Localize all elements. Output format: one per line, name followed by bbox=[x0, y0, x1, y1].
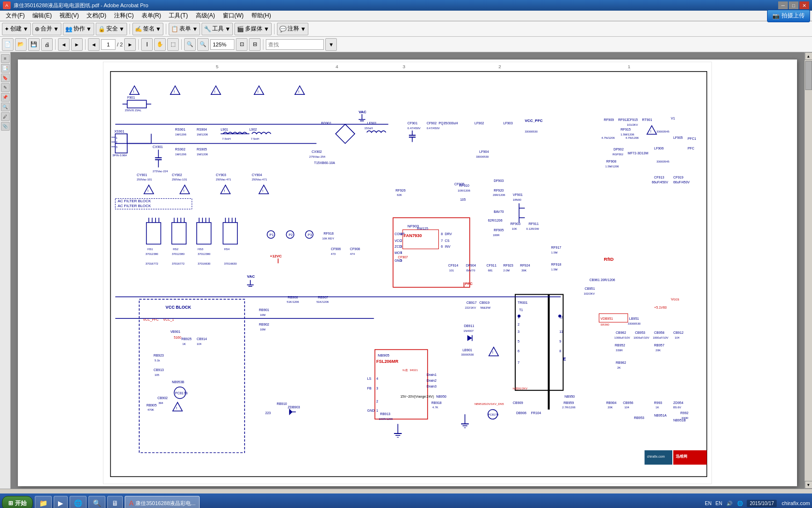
svg-text:RF917: RF917 bbox=[551, 246, 561, 249]
svg-text:CF902: CF902 bbox=[427, 121, 437, 125]
svg-text:RS905: RS905 bbox=[197, 148, 207, 151]
minimize-button[interactable]: ─ bbox=[778, 1, 788, 9]
svg-text:!: ! bbox=[147, 189, 148, 193]
svg-text:RF908: RF908 bbox=[606, 160, 616, 163]
upload-button[interactable]: 📷 拍摄上传 bbox=[767, 10, 810, 22]
menu-advanced[interactable]: 高级(A) bbox=[192, 11, 219, 21]
taskbar-computer[interactable]: 🖥 bbox=[107, 496, 123, 508]
fit-page-button[interactable]: ⊡ bbox=[236, 38, 247, 51]
tools-dropdown[interactable]: 🔧 工具 ▼ bbox=[202, 23, 233, 35]
svg-text:RB959: RB959 bbox=[564, 401, 574, 404]
taskbar-media-player[interactable]: ▶ bbox=[54, 496, 68, 508]
marquee-zoom[interactable]: ⬚ bbox=[167, 38, 179, 51]
taskbar-file-explorer[interactable]: 📁 bbox=[35, 496, 52, 508]
document-area[interactable]: 5 4 3 2 1 F901 250V/0.15AL ! bbox=[11, 52, 804, 489]
svg-text:RGP30J: RGP30J bbox=[612, 153, 623, 156]
volume-icon[interactable]: 🔊 bbox=[725, 499, 733, 507]
zoom-in-button[interactable]: 🔍 bbox=[197, 38, 209, 51]
network-icon[interactable]: 🌐 bbox=[736, 499, 744, 507]
menu-form[interactable]: 表单(R) bbox=[138, 11, 165, 21]
maximize-button[interactable]: □ bbox=[789, 1, 798, 9]
cooperate-dropdown[interactable]: 👥 协作 ▼ bbox=[63, 23, 94, 35]
menu-edit[interactable]: 编辑(E) bbox=[29, 11, 56, 21]
svg-text:250Vac-471: 250Vac-471 bbox=[216, 178, 232, 181]
taskbar-search[interactable]: 🔍 bbox=[88, 496, 105, 508]
acrobat-icon: A bbox=[129, 499, 133, 507]
svg-text:62R/1206: 62R/1206 bbox=[488, 219, 502, 222]
sidebar-pages-icon[interactable]: 📑 bbox=[1, 64, 10, 73]
comment-dropdown[interactable]: 💬 注释 ▼ bbox=[277, 23, 308, 35]
search-input[interactable] bbox=[266, 39, 324, 50]
svg-text:33000530: 33000530 bbox=[525, 130, 538, 133]
window-controls[interactable]: ─ □ ✕ bbox=[778, 1, 809, 9]
language-indicator[interactable]: EN bbox=[704, 499, 712, 507]
svg-text:RB910: RB910 bbox=[276, 402, 287, 405]
menu-comment[interactable]: 注释(C) bbox=[110, 11, 138, 21]
svg-text:CB914: CB914 bbox=[197, 337, 207, 341]
forward-button[interactable]: ► bbox=[71, 38, 83, 51]
close-button[interactable]: ✕ bbox=[799, 1, 809, 9]
svg-text:101/2KV: 101/2KV bbox=[627, 123, 638, 126]
print-icon: 🖨 bbox=[44, 42, 50, 47]
svg-text:15V~20V(Vrange:24V): 15V~20V(Vrange:24V) bbox=[400, 395, 434, 399]
merge-dropdown[interactable]: ⊕ 合并 ▼ bbox=[32, 23, 61, 35]
sidebar-comments-icon[interactable]: 🖊 bbox=[1, 112, 10, 121]
zoom-marquee-icon: ⬚ bbox=[171, 41, 175, 47]
new-button[interactable]: 📄 bbox=[2, 38, 14, 51]
menu-window[interactable]: 窗口(W) bbox=[219, 11, 247, 21]
svg-text:RF905: RF905 bbox=[493, 228, 504, 232]
menu-file[interactable]: 文件(F) bbox=[2, 11, 29, 21]
svg-text:LB901: LB901 bbox=[463, 348, 472, 352]
start-button[interactable]: ⊞ 开始 bbox=[2, 496, 33, 508]
svg-text:104: 104 bbox=[624, 406, 630, 409]
svg-text:222/1KV: 222/1KV bbox=[465, 306, 476, 309]
open-button[interactable]: 📂 bbox=[15, 38, 27, 51]
back-button[interactable]: ◄ bbox=[58, 38, 70, 51]
form-dropdown[interactable]: 📋 表单 ▼ bbox=[169, 23, 200, 35]
scroll-down-arrow[interactable]: ▼ bbox=[805, 481, 812, 489]
scroll-track[interactable] bbox=[805, 60, 812, 481]
menu-tools[interactable]: 工具(T) bbox=[165, 11, 191, 21]
svg-text:RB953: RB953 bbox=[634, 416, 644, 419]
sidebar-signatures-icon[interactable]: ✎ bbox=[1, 83, 10, 92]
search-button[interactable]: ▼ bbox=[325, 38, 337, 51]
sidebar-layers-icon[interactable]: 📌 bbox=[1, 93, 10, 102]
taskbar-ie[interactable]: 🌐 bbox=[70, 496, 87, 508]
svg-text:37012380: 37012380 bbox=[198, 253, 211, 255]
svg-text:RW125: RW125 bbox=[417, 227, 428, 230]
security-dropdown[interactable]: 🔒 安全 ▼ bbox=[96, 23, 127, 35]
sidebar-search-icon[interactable]: 🔍 bbox=[1, 103, 10, 111]
sidebar-attachments-icon[interactable]: 📎 bbox=[1, 122, 10, 131]
multimedia-icon: 🎬 bbox=[237, 26, 244, 32]
multimedia-dropdown[interactable]: 🎬 多媒体 ▼ bbox=[234, 23, 272, 35]
vertical-scrollbar[interactable]: ▲ ▼ bbox=[804, 52, 812, 489]
svg-text:474: 474 bbox=[350, 253, 355, 255]
sidebar-bookmarks-icon[interactable]: 🔖 bbox=[1, 74, 10, 82]
svg-text:CY902: CY902 bbox=[172, 173, 182, 177]
taskbar-acrobat-active[interactable]: A 康佳35016288液晶彩电... bbox=[125, 496, 200, 508]
menu-document[interactable]: 文档(D) bbox=[83, 11, 110, 21]
zoom-out-button[interactable]: 🔍 bbox=[184, 38, 196, 51]
svg-text:!: ! bbox=[298, 90, 299, 94]
next-page-button[interactable]: ► bbox=[124, 38, 136, 51]
create-dropdown[interactable]: ✦ 创建 ▼ bbox=[2, 23, 31, 35]
svg-text:4.7N/1206: 4.7N/1206 bbox=[625, 136, 639, 139]
menu-help[interactable]: 帮助(H) bbox=[247, 11, 275, 21]
scroll-thumb[interactable] bbox=[805, 61, 812, 90]
scroll-up-arrow[interactable]: ▲ bbox=[805, 52, 812, 60]
menu-view[interactable]: 视图(V) bbox=[56, 11, 83, 21]
svg-text:RF923: RF923 bbox=[503, 264, 513, 267]
prev-page-button[interactable]: ◄ bbox=[88, 38, 100, 51]
save-button[interactable]: 💾 bbox=[28, 38, 40, 51]
sign-dropdown[interactable]: ✍ 签名 ▼ bbox=[132, 23, 164, 35]
fit-width-button[interactable]: ⊟ bbox=[249, 38, 261, 51]
svg-text:CF907: CF907 bbox=[398, 255, 408, 259]
sidebar-nav-icon[interactable]: ≡ bbox=[1, 54, 10, 63]
cursor-tool[interactable]: I bbox=[141, 38, 153, 51]
zoom-input[interactable] bbox=[210, 39, 234, 50]
input-method[interactable]: EN bbox=[715, 499, 723, 507]
svg-text:RB902: RB902 bbox=[259, 323, 269, 326]
page-number-input[interactable] bbox=[101, 39, 116, 50]
hand-tool[interactable]: ✋ bbox=[154, 38, 166, 51]
print-button[interactable]: 🖨 bbox=[41, 38, 53, 51]
